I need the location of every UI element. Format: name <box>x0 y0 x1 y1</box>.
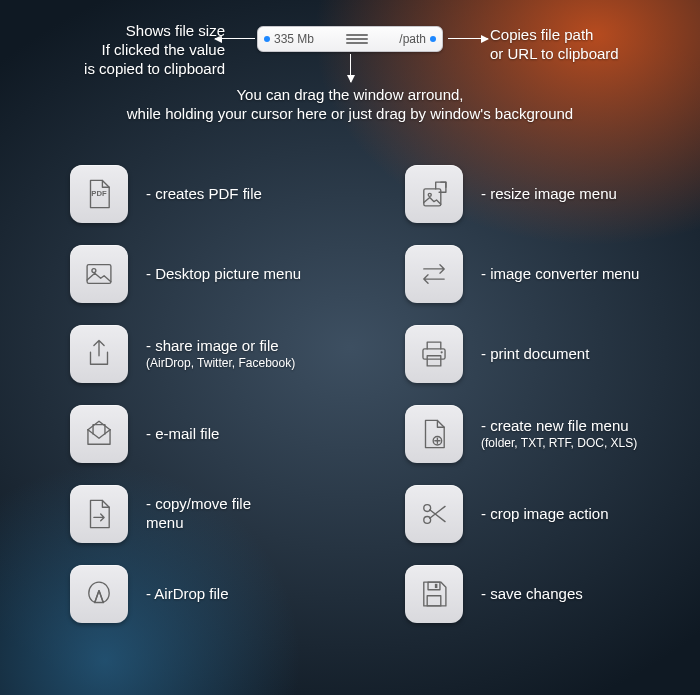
print-icon <box>417 337 451 371</box>
new-file-icon <box>417 417 451 451</box>
print-label: - print document <box>481 345 589 364</box>
crop-label: - crop image action <box>481 505 609 524</box>
move-label: - copy/move file menu <box>146 495 251 533</box>
scissors-icon <box>417 497 451 531</box>
svg-point-2 <box>92 269 96 273</box>
airdrop-icon <box>82 577 116 611</box>
pdf-icon: PDF <box>82 177 116 211</box>
svg-point-4 <box>428 193 431 196</box>
floppy-icon <box>417 577 451 611</box>
row-print: - print document <box>405 325 660 383</box>
email-button[interactable] <box>70 405 128 463</box>
row-crop: - crop image action <box>405 485 660 543</box>
airdrop-button[interactable] <box>70 565 128 623</box>
pdf-label: - creates PDF file <box>146 185 262 204</box>
resize-label: - resize image menu <box>481 185 617 204</box>
resize-icon <box>417 177 451 211</box>
svg-rect-1 <box>87 265 111 284</box>
drag-handle-icon[interactable] <box>314 34 399 44</box>
toolbar[interactable]: 335 Mb /path <box>257 26 443 52</box>
mail-icon <box>82 417 116 451</box>
actions-grid: PDF - creates PDF file - Desktop picture… <box>0 165 700 685</box>
row-airdrop: - AirDrop file <box>70 565 325 623</box>
share-button[interactable] <box>70 325 128 383</box>
dot-left <box>264 36 270 42</box>
row-convert: - image converter menu <box>405 245 660 303</box>
svg-point-7 <box>441 351 443 353</box>
annotation-size: Shows file size If clicked the value is … <box>10 22 225 78</box>
svg-rect-12 <box>427 596 441 606</box>
save-label: - save changes <box>481 585 583 604</box>
right-column: - resize image menu - image converter me… <box>405 165 660 685</box>
dot-right <box>430 36 436 42</box>
arrow-down <box>350 54 351 82</box>
picture-icon <box>82 257 116 291</box>
svg-rect-13 <box>435 584 438 588</box>
svg-text:PDF: PDF <box>91 189 107 198</box>
svg-rect-11 <box>428 582 440 590</box>
share-label: - share image or file (AirDrop, Twitter,… <box>146 337 295 371</box>
save-button[interactable] <box>405 565 463 623</box>
row-move: - copy/move file menu <box>70 485 325 543</box>
copy-move-button[interactable] <box>70 485 128 543</box>
row-share: - share image or file (AirDrop, Twitter,… <box>70 325 325 383</box>
resize-image-button[interactable] <box>405 165 463 223</box>
pdf-button[interactable]: PDF <box>70 165 128 223</box>
row-save: - save changes <box>405 565 660 623</box>
left-column: PDF - creates PDF file - Desktop picture… <box>70 165 325 685</box>
row-email: - e-mail file <box>70 405 325 463</box>
svg-rect-5 <box>423 349 445 359</box>
share-icon <box>82 337 116 371</box>
print-button[interactable] <box>405 325 463 383</box>
annotation-drag: You can drag the window arround, while h… <box>50 86 650 124</box>
move-file-icon <box>82 497 116 531</box>
row-resize: - resize image menu <box>405 165 660 223</box>
convert-button[interactable] <box>405 245 463 303</box>
file-size-label[interactable]: 335 Mb <box>274 32 314 46</box>
convert-label: - image converter menu <box>481 265 639 284</box>
desktop-label: - Desktop picture menu <box>146 265 301 284</box>
annotation-path: Copies file path or URL to clipboard <box>490 26 690 64</box>
convert-icon <box>417 257 451 291</box>
new-file-button[interactable] <box>405 405 463 463</box>
newfile-label: - create new file menu (folder, TXT, RTF… <box>481 417 637 451</box>
arrow-right <box>448 38 488 39</box>
row-newfile: - create new file menu (folder, TXT, RTF… <box>405 405 660 463</box>
file-path-label[interactable]: /path <box>399 32 426 46</box>
svg-rect-3 <box>424 189 441 206</box>
email-label: - e-mail file <box>146 425 219 444</box>
row-desktop: - Desktop picture menu <box>70 245 325 303</box>
svg-rect-6 <box>427 356 441 366</box>
crop-button[interactable] <box>405 485 463 543</box>
airdrop-label: - AirDrop file <box>146 585 229 604</box>
row-pdf: PDF - creates PDF file <box>70 165 325 223</box>
desktop-picture-button[interactable] <box>70 245 128 303</box>
